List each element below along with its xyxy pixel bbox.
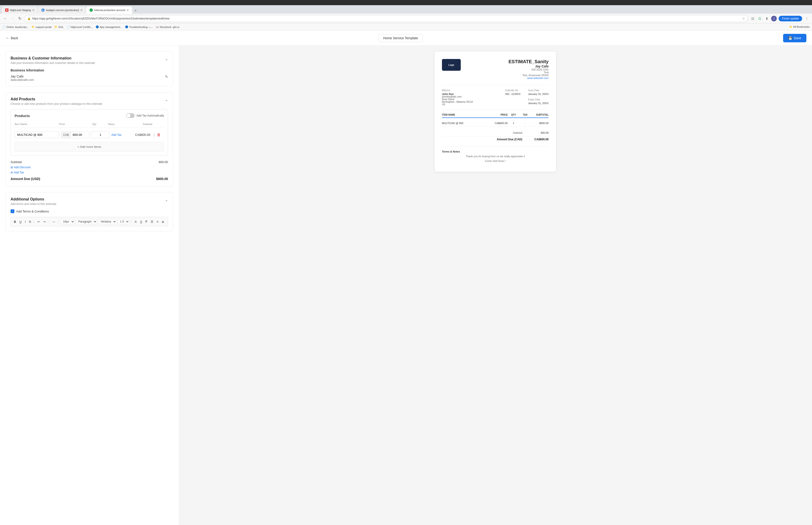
- main-layout: Business & Customer Information Add your…: [0, 46, 812, 525]
- tab-favicon-2: L: [41, 9, 45, 12]
- add-more-items-button[interactable]: + Add more items: [15, 142, 164, 152]
- address-bar[interactable]: 🔒 https://app.gohighlevel.com/v2/locatio…: [24, 15, 748, 22]
- save-button[interactable]: 💾 Save: [783, 34, 806, 42]
- tab-favicon-3: ✓: [90, 9, 93, 12]
- add-discount-link[interactable]: ⊞ Add Discount: [11, 166, 168, 169]
- tab-close-1[interactable]: ✕: [32, 9, 34, 12]
- toggle-group: Add Tax Automatically: [126, 113, 164, 118]
- tab-label-1: HighLevel Staging: [10, 9, 31, 12]
- profile-icon[interactable]: J: [771, 16, 777, 21]
- price-input[interactable]: [71, 132, 87, 138]
- additional-options-section: Additional Options Add terms and notes t…: [6, 192, 173, 231]
- back-nav-button[interactable]: ←: [2, 16, 8, 21]
- italic-button[interactable]: I: [24, 219, 27, 224]
- add-products-section: Add Products Choose or add new products …: [6, 92, 173, 186]
- edit-business-info-button[interactable]: ✎: [165, 75, 168, 79]
- bookmark-story-label: Storybook -ghl-ui: [160, 26, 179, 28]
- all-bookmarks[interactable]: 📁 All Bookmarks: [789, 25, 810, 28]
- thank-you-text: Thank you for buying from us we really a…: [442, 155, 549, 158]
- terms-section: Terms & Notes Thank you for buying from …: [442, 146, 549, 162]
- preview-biz-city: Test: [508, 71, 549, 74]
- add-tax-bottom-label: Add Tax: [14, 171, 24, 174]
- format-button[interactable]: Ᵽ: [144, 219, 149, 224]
- add-tax-toggle[interactable]: [126, 113, 135, 118]
- paragraph-select[interactable]: Paragraph: [76, 219, 97, 224]
- bookmark-app-management[interactable]: 🔵 App management...: [96, 25, 122, 28]
- reload-button[interactable]: ↻: [17, 16, 22, 21]
- new-tab-button[interactable]: +: [133, 7, 138, 14]
- menu-icon[interactable]: ⋮: [804, 16, 810, 21]
- app-topbar: ← Back Home Service Template 💾 Save: [0, 31, 812, 46]
- bookmark-storybook[interactable]: 📖 Storybook -ghl-ui: [156, 25, 179, 28]
- bookmark-troubleshooting[interactable]: 🔵 Troubleshooting —...: [125, 25, 153, 28]
- add-products-header[interactable]: Add Products Choose or add new products …: [11, 97, 168, 106]
- issue-date-label: Issue Date: [528, 89, 549, 92]
- business-info-header[interactable]: Business & Customer Information Add your…: [11, 56, 168, 65]
- browser-tab-3[interactable]: ✓ Internal production account ✕: [86, 6, 132, 14]
- line-height-select[interactable]: 1.5: [118, 219, 129, 224]
- tab-close-3[interactable]: ✕: [127, 9, 129, 12]
- font-select[interactable]: Verdana: [98, 219, 117, 224]
- estimate-meta: Billed to John Doe johndoe@abc.com Rose …: [442, 85, 549, 110]
- text-color-button[interactable]: A: [134, 219, 138, 224]
- bookmark-star-icon[interactable]: ☆: [742, 17, 745, 20]
- numbered-list-button[interactable]: ≡: [155, 219, 160, 224]
- col-item-name-header: Item Name: [15, 123, 59, 125]
- bookmark-highlevel[interactable]: 📄 HighLevel Certific...: [66, 25, 93, 28]
- save-label: Save: [794, 36, 801, 40]
- logo-inner: Logo: [448, 64, 454, 66]
- add-tax-link-bottom[interactable]: ⊕ Add Tax: [11, 171, 168, 174]
- browser-toolbar: ← → ↻ 🔒 https://app.gohighlevel.com/v2/l…: [0, 14, 812, 24]
- bookmark-ghl[interactable]: 📁 GHL: [54, 25, 64, 28]
- underline-button[interactable]: U: [18, 219, 22, 224]
- est-amount-due-row: Amount Due (CAD) CA$800.00: [442, 136, 549, 142]
- browser-tab-2[interactable]: L leadgen-servers [production] ✕: [38, 6, 86, 14]
- bookmark-javascript[interactable]: 📄 Online JavaScript...: [2, 25, 29, 28]
- tab-close-2[interactable]: ✕: [80, 9, 82, 12]
- save-icon: 💾: [788, 36, 792, 40]
- bookmark-support[interactable]: 📁 support-portal: [31, 25, 51, 28]
- add-tax-link[interactable]: Add Tax: [111, 133, 130, 137]
- bookmark-support-label: support-portal: [35, 26, 51, 28]
- back-button[interactable]: ← Back: [6, 36, 18, 40]
- customer-name: John Doe: [442, 93, 473, 95]
- font-size-select[interactable]: 16px: [60, 219, 75, 224]
- browser-tab-1[interactable]: S HighLevel Staging ✕: [2, 6, 37, 14]
- customer-country: US: [442, 103, 473, 106]
- qty-input[interactable]: [91, 131, 109, 138]
- product-name-input[interactable]: [15, 131, 59, 138]
- estimate-logo: Logo: [442, 59, 461, 71]
- align-button[interactable]: ≣: [160, 219, 165, 224]
- browser-tabs: S HighLevel Staging ✕ L leadgen-servers …: [0, 5, 812, 14]
- estimate-title-area: ESTIMATE_Sanity Jay Cafe 020 2020 2202 T…: [508, 59, 549, 79]
- download-icon[interactable]: ⬇: [764, 16, 770, 21]
- toolbar-separator-2: [49, 220, 49, 224]
- business-info-body: Business Information Jay Cafe www.webcaf…: [11, 69, 168, 81]
- extensions-icon[interactable]: ⊡: [750, 16, 756, 21]
- est-col-price-header: PRICE: [486, 114, 508, 116]
- grammarly-icon[interactable]: G: [757, 16, 763, 21]
- product-delete-button[interactable]: 🗑: [157, 133, 161, 137]
- finish-update-button[interactable]: Finish update: [779, 16, 802, 21]
- editor-toolbar: B U I S ↩ ↪ — 16px Par: [11, 217, 168, 226]
- bold-button[interactable]: B: [13, 219, 17, 224]
- bookmark-hl-label: HighLevel Certific...: [71, 26, 93, 28]
- product-row: CA$ Add Tax CA$800.00 ⋮ 🗑: [15, 130, 164, 140]
- toolbar-separator-4: [131, 220, 132, 224]
- product-options-button[interactable]: ⋮: [152, 133, 156, 137]
- back-label: Back: [11, 36, 18, 40]
- terms-checkbox[interactable]: ✓: [11, 209, 14, 213]
- est-subtotal-label: Subtotal: [513, 131, 522, 134]
- strikethrough-button[interactable]: S: [28, 219, 32, 224]
- highlight-button[interactable]: A̲: [139, 219, 143, 224]
- undo-button[interactable]: ↩: [36, 219, 41, 224]
- issue-date: January 31, 20XX: [528, 93, 549, 95]
- redo-button[interactable]: ↪: [42, 219, 47, 224]
- products-table-header: Item Name Price Qty Taxes Subtotal: [15, 121, 164, 127]
- additional-options-header[interactable]: Additional Options Add terms and notes t…: [11, 197, 168, 206]
- preview-card: Logo ESTIMATE_Sanity Jay Cafe 020 2020 2…: [434, 51, 556, 172]
- bullet-list-button[interactable]: ☰: [150, 219, 155, 224]
- forward-nav-button[interactable]: →: [10, 16, 16, 21]
- app-content: ← Back Home Service Template 💾 Save Busi…: [0, 31, 812, 525]
- strikethrough-button-2[interactable]: —: [51, 219, 56, 224]
